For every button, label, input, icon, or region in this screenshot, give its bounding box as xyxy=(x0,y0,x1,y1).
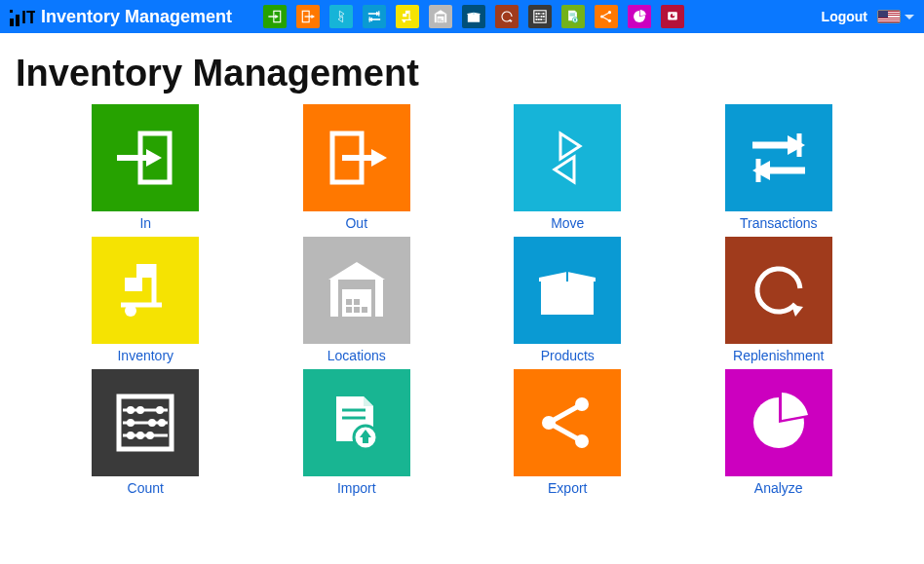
us-flag-icon xyxy=(877,10,901,23)
logo-area: IT Inventory Management xyxy=(10,7,263,27)
import-icon xyxy=(303,369,410,476)
toolbar-export-icon[interactable] xyxy=(595,5,618,28)
tile-import[interactable]: Import xyxy=(266,369,448,496)
products-icon xyxy=(514,237,621,344)
toolbar-in-icon[interactable] xyxy=(263,5,287,28)
out-icon xyxy=(303,104,410,211)
toolbar-reports-icon[interactable] xyxy=(661,5,684,28)
toolbar-replenishment-icon[interactable] xyxy=(495,5,519,28)
tile-replenishment[interactable]: Replenishment xyxy=(688,237,870,363)
toolbar-transactions-icon[interactable] xyxy=(363,5,386,28)
tile-label: Export xyxy=(548,480,587,496)
tile-label: Move xyxy=(551,215,584,231)
tile-label: Import xyxy=(337,480,376,496)
tile-products[interactable]: Products xyxy=(477,237,659,363)
toolbar-count-icon[interactable] xyxy=(528,5,552,28)
tile-label: Locations xyxy=(327,348,386,363)
tile-out[interactable]: Out xyxy=(266,104,448,231)
count-icon xyxy=(92,369,199,476)
content: Inventory Management InOutMoveTransactio… xyxy=(0,33,924,496)
chevron-down-icon xyxy=(905,15,914,19)
tile-label: In xyxy=(139,215,151,231)
topbar-icons xyxy=(263,5,822,28)
app-title: Inventory Management xyxy=(41,7,232,27)
svg-rect-61 xyxy=(16,15,19,26)
tile-label: Replenishment xyxy=(733,348,824,363)
tile-transactions[interactable]: Transactions xyxy=(688,104,870,231)
tile-grid: InOutMoveTransactionsInventoryLocationsP… xyxy=(16,104,908,496)
svg-rect-60 xyxy=(10,19,14,26)
tile-inventory[interactable]: Inventory xyxy=(55,237,237,363)
tile-move[interactable]: Move xyxy=(477,104,659,231)
tile-label: Out xyxy=(345,215,367,231)
move-icon xyxy=(514,104,621,211)
replenishment-icon xyxy=(725,237,832,344)
topbar: IT Inventory Management Logout xyxy=(0,0,924,33)
toolbar-move-icon[interactable] xyxy=(329,5,353,28)
toolbar-locations-icon[interactable] xyxy=(429,5,452,28)
language-selector[interactable] xyxy=(877,10,914,23)
tile-analyze[interactable]: Analyze xyxy=(688,369,870,496)
analyze-icon xyxy=(725,369,832,476)
tile-label: Transactions xyxy=(740,215,818,231)
toolbar-import-icon[interactable] xyxy=(561,5,585,28)
topbar-right: Logout xyxy=(822,9,914,24)
page-title: Inventory Management xyxy=(16,53,908,94)
svg-text:IT: IT xyxy=(21,8,35,26)
export-icon xyxy=(514,369,621,476)
logout-button[interactable]: Logout xyxy=(822,9,867,24)
tile-in[interactable]: In xyxy=(55,104,237,231)
inventory-icon xyxy=(92,237,199,344)
tile-export[interactable]: Export xyxy=(477,369,659,496)
locations-icon xyxy=(303,237,410,344)
tile-label: Count xyxy=(128,480,164,496)
svg-rect-62 xyxy=(10,10,13,13)
tile-label: Analyze xyxy=(754,480,803,496)
toolbar-out-icon[interactable] xyxy=(296,5,320,28)
tile-locations[interactable]: Locations xyxy=(266,237,448,363)
toolbar-inventory-icon[interactable] xyxy=(396,5,419,28)
tile-label: Products xyxy=(541,348,595,363)
toolbar-analyze-icon[interactable] xyxy=(628,5,651,28)
tile-count[interactable]: Count xyxy=(55,369,237,496)
tile-label: Inventory xyxy=(117,348,173,363)
toolbar-products-icon[interactable] xyxy=(462,5,485,28)
transactions-icon xyxy=(725,104,832,211)
logo-icon: IT xyxy=(10,7,35,26)
in-icon xyxy=(92,104,199,211)
